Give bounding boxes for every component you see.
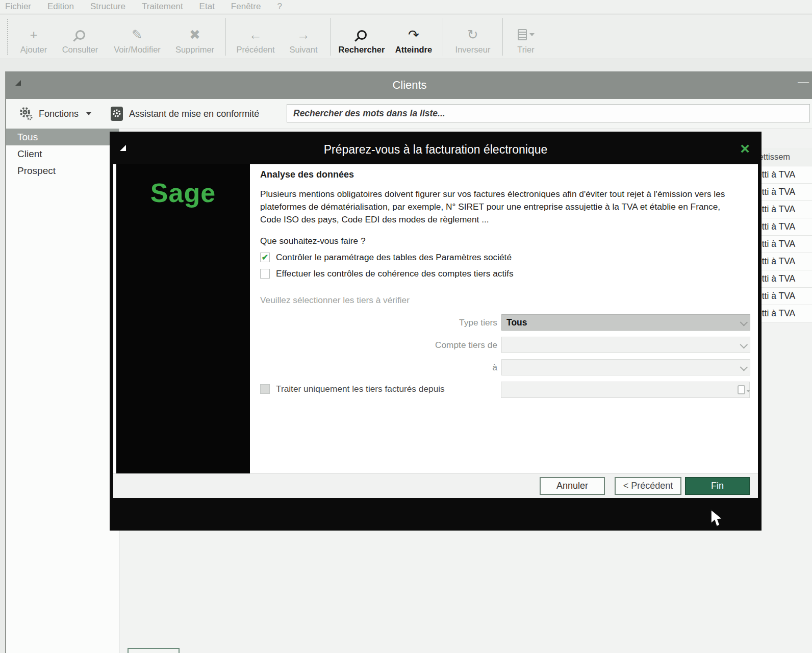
list-search-input[interactable] — [287, 104, 810, 122]
sidebar: Tous Client Prospect ✔ Actifs En sommeil — [6, 129, 119, 653]
atteindre-label: Atteindre — [395, 45, 432, 55]
sage-logo: Sage — [150, 178, 216, 498]
atteindre-button[interactable]: ↷ Atteindre — [389, 15, 439, 59]
search-icon — [357, 30, 367, 40]
dialog-content: Sage Analyse des données Plusieurs menti… — [113, 164, 758, 498]
chevron-down-icon — [86, 112, 91, 115]
compte-tiers-de-select[interactable] — [501, 337, 750, 353]
fin-button[interactable]: Fin — [685, 477, 750, 495]
select-tiers-hint: Veuillez sélectionner les tiers à vérifi… — [260, 295, 410, 306]
sort-list-icon — [518, 29, 527, 40]
menu-fichier[interactable]: Fichier — [5, 2, 31, 12]
type-tiers-label: Type tiers — [260, 317, 497, 328]
chevron-down-icon — [740, 318, 748, 326]
menu-traitement[interactable]: Traitement — [142, 2, 183, 12]
assistant-label: Assistant de mise en conformité — [129, 109, 259, 119]
mouse-cursor — [710, 509, 724, 529]
compte-tiers-a-label: à — [260, 362, 497, 373]
inverseur-button[interactable]: ↻ Inverseur — [447, 15, 498, 59]
toolbar-separator — [225, 18, 226, 56]
supprimer-label: Supprimer — [175, 45, 214, 55]
clients-titlebar: Clients — — [6, 71, 812, 99]
menu-structure[interactable]: Structure — [90, 2, 125, 12]
precedent-button[interactable]: ← Précédent — [230, 15, 281, 59]
assistant-conformite-button[interactable]: Assistant de mise en conformité — [110, 106, 259, 122]
parametrage-label: Contrôler le paramétrage des tables des … — [276, 252, 512, 263]
dialog-title: Préparez-vous à la facturation électroni… — [324, 143, 548, 157]
compte-tiers-a-row: à — [260, 359, 750, 375]
date-filter-label: Traiter uniquement les tiers facturés de… — [276, 384, 445, 394]
trier-button[interactable]: Trier — [507, 15, 545, 59]
rechercher-button[interactable]: Rechercher — [335, 15, 389, 59]
question-label: Que souhaitez-vous faire ? — [260, 236, 366, 246]
precedent-label: Précédent — [236, 45, 274, 55]
compte-tiers-a-select[interactable] — [501, 359, 750, 375]
date-filter-field-wrap — [501, 382, 750, 398]
type-tiers-value: Tous — [506, 317, 527, 328]
x-icon: ✖ — [189, 26, 200, 44]
annuler-button[interactable]: Annuler — [540, 477, 605, 495]
toolbar-separator — [330, 18, 331, 56]
close-icon[interactable]: × — [740, 140, 750, 157]
sidebar-item-tous[interactable]: Tous — [6, 129, 119, 145]
chevron-down-icon — [529, 33, 535, 36]
function-bar: Fonctions Assistant de mise en conformit… — [6, 99, 812, 129]
checkbox-row-parametrage[interactable]: ✔ Contrôler le paramétrage des tables de… — [260, 252, 512, 263]
checkbox-row-coherence[interactable]: Effectuer les contrôles de cohérence des… — [260, 268, 514, 279]
dialog-icon — [118, 143, 128, 153]
fonctions-menu[interactable]: Fonctions — [18, 106, 91, 121]
menu-bar: Fichier Edition Structure Traitement Eta… — [0, 0, 812, 13]
supprimer-button[interactable]: ✖ Supprimer — [168, 15, 221, 59]
sage-brand-panel: Sage — [116, 164, 250, 498]
toolbar-grip[interactable] — [7, 19, 10, 55]
compte-tiers-de-row: Compte tiers de — [260, 337, 750, 353]
ajouter-label: Ajouter — [20, 45, 47, 55]
precedent-step-button[interactable]: < Précédent — [615, 477, 681, 495]
rechercher-label: Rechercher — [339, 45, 385, 55]
date-filter-checkbox[interactable] — [260, 384, 270, 394]
section-heading: Analyse des données — [260, 169, 354, 180]
date-filter-row[interactable]: Traiter uniquement les tiers facturés de… — [260, 384, 445, 394]
arrow-right-icon: → — [297, 26, 310, 44]
minimize-button[interactable]: — — [798, 76, 809, 89]
facturation-dialog: Préparez-vous à la facturation électroni… — [110, 132, 762, 531]
menu-aide[interactable]: ? — [277, 2, 282, 12]
type-tiers-row: Type tiers Tous — [260, 314, 750, 331]
menu-fenetre[interactable]: Fenêtre — [231, 2, 261, 12]
toolbar-separator — [502, 18, 503, 56]
chevron-down-icon — [740, 341, 748, 349]
sidebar-item-client[interactable]: Client — [6, 145, 119, 162]
assistant-icon — [110, 106, 124, 122]
parametrage-checkbox[interactable]: ✔ — [260, 253, 270, 262]
sidebar-item-prospect[interactable]: Prospect — [6, 162, 119, 179]
date-input[interactable] — [501, 382, 750, 398]
menu-edition[interactable]: Edition — [47, 2, 74, 12]
plus-icon: + — [30, 26, 37, 44]
suivant-button[interactable]: → Suivant — [281, 15, 326, 59]
consulter-label: Consulter — [62, 45, 98, 55]
goto-arrow-icon: ↷ — [408, 26, 419, 44]
menu-etat[interactable]: Etat — [199, 2, 215, 12]
ajouter-button[interactable]: + Ajouter — [13, 15, 54, 59]
refresh-icon: ↻ — [467, 26, 478, 44]
suivant-label: Suivant — [289, 45, 317, 55]
type-tiers-select[interactable]: Tous — [501, 314, 750, 331]
calendar-icon — [738, 385, 745, 394]
intro-paragraph: Plusieurs mentions obligatoires doivent … — [260, 188, 744, 226]
coherence-checkbox[interactable] — [260, 269, 270, 279]
toolbar-separator — [443, 18, 443, 56]
dialog-footer: Annuler < Précédent Fin — [113, 473, 758, 498]
partial-bottom-button[interactable] — [128, 648, 180, 653]
consulter-button[interactable]: Consulter — [54, 15, 106, 59]
fonctions-label: Fonctions — [39, 109, 79, 119]
chevron-down-icon — [740, 363, 748, 371]
compte-tiers-de-label: Compte tiers de — [260, 340, 497, 350]
trier-label: Trier — [517, 45, 534, 55]
window-title: Clients — [392, 79, 426, 92]
toolbar: + Ajouter Consulter ✎ Voir/Modifier ✖ Su… — [0, 14, 812, 59]
voir-modifier-label: Voir/Modifier — [114, 45, 161, 55]
coherence-label: Effectuer les contrôles de cohérence des… — [276, 268, 514, 279]
application-root: Fichier Edition Structure Traitement Eta… — [0, 0, 812, 653]
voir-modifier-button[interactable]: ✎ Voir/Modifier — [106, 15, 168, 59]
arrow-left-icon: ← — [249, 26, 262, 44]
